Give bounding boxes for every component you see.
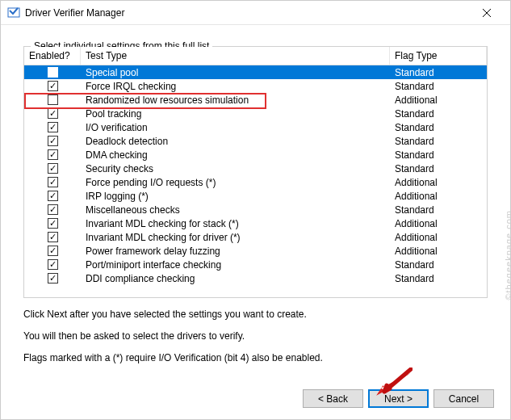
enable-checkbox[interactable]: [48, 108, 58, 119]
cell-enabled: [24, 67, 81, 78]
enable-checkbox[interactable]: [48, 232, 58, 242]
watermark: ©thegeekpage.com: [504, 210, 511, 300]
enable-checkbox[interactable]: [48, 246, 58, 256]
cell-testtype: IRP logging (*): [81, 191, 390, 202]
cell-testtype: Force IRQL checking: [81, 81, 390, 92]
cell-flagtype: Standard: [390, 204, 487, 216]
enable-checkbox[interactable]: [48, 67, 58, 78]
table-row[interactable]: Force pending I/O requests (*)Additional: [24, 175, 487, 189]
table-row[interactable]: Invariant MDL checking for driver (*)Add…: [24, 230, 487, 244]
column-testtype[interactable]: Test Type: [81, 47, 390, 65]
enable-checkbox[interactable]: [48, 122, 58, 132]
enable-checkbox[interactable]: [48, 149, 58, 160]
enable-checkbox[interactable]: [48, 81, 58, 91]
cell-flagtype: Additional: [390, 191, 487, 202]
back-button[interactable]: < Back: [303, 389, 363, 408]
cell-enabled: [24, 259, 81, 270]
cell-flagtype: Additional: [390, 177, 487, 188]
info-line-2: You will then be asked to select the dri…: [23, 330, 488, 343]
cell-flagtype: Standard: [390, 108, 487, 120]
table-row[interactable]: Randomized low resources simulationAddit…: [24, 93, 487, 107]
table-row[interactable]: DMA checkingStandard: [24, 148, 487, 162]
cell-testtype: Power framework delay fuzzing: [81, 246, 390, 257]
cell-enabled: [24, 273, 81, 284]
cell-testtype: Deadlock detection: [81, 136, 390, 147]
settings-groupbox: Select individual settings from this ful…: [23, 46, 488, 298]
enable-checkbox[interactable]: [48, 177, 58, 187]
cell-enabled: [24, 232, 81, 242]
cell-enabled: [24, 204, 81, 215]
cell-testtype: Pool tracking: [81, 108, 390, 120]
cell-flagtype: Standard: [390, 149, 487, 161]
enable-checkbox[interactable]: [48, 163, 58, 174]
column-flagtype[interactable]: Flag Type: [390, 47, 487, 65]
cell-testtype: DDI compliance checking: [81, 273, 390, 284]
cell-testtype: Miscellaneous checks: [81, 204, 390, 216]
cell-testtype: Invariant MDL checking for stack (*): [81, 218, 390, 229]
enable-checkbox[interactable]: [48, 136, 58, 146]
table-row[interactable]: Invariant MDL checking for stack (*)Addi…: [24, 216, 487, 230]
table-row[interactable]: Pool trackingStandard: [24, 107, 487, 120]
table-row[interactable]: I/O verificationStandard: [24, 120, 487, 134]
next-button[interactable]: Next >: [368, 389, 429, 408]
cell-enabled: [24, 177, 81, 187]
table-row[interactable]: DDI compliance checkingStandard: [24, 271, 487, 285]
titlebar: Driver Verifier Manager: [1, 1, 510, 25]
cell-flagtype: Additional: [390, 246, 487, 257]
cell-testtype: Security checks: [81, 163, 390, 174]
cell-enabled: [24, 81, 81, 91]
close-button[interactable]: [470, 2, 504, 24]
cell-enabled: [24, 108, 81, 119]
table-row[interactable]: Force IRQL checkingStandard: [24, 79, 487, 93]
cell-flagtype: Standard: [390, 259, 487, 271]
cell-enabled: [24, 122, 81, 132]
cell-flagtype: Additional: [390, 218, 487, 229]
table-row[interactable]: Special poolStandard: [24, 65, 487, 79]
enable-checkbox[interactable]: [48, 94, 58, 105]
cell-flagtype: Standard: [390, 67, 487, 78]
button-row: < Back Next > Cancel: [303, 389, 494, 408]
cell-flagtype: Standard: [390, 163, 487, 174]
driver-verifier-window: Driver Verifier Manager Select individua…: [0, 0, 511, 420]
table-row[interactable]: Power framework delay fuzzingAdditional: [24, 244, 487, 258]
cell-testtype: Invariant MDL checking for driver (*): [81, 232, 390, 243]
enable-checkbox[interactable]: [48, 191, 58, 201]
table-row[interactable]: Port/miniport interface checkingStandard: [24, 258, 487, 271]
window-title: Driver Verifier Manager: [25, 7, 470, 19]
content-area: Select individual settings from this ful…: [1, 25, 510, 380]
cell-testtype: I/O verification: [81, 122, 390, 133]
info-line-1: Click Next after you have selected the s…: [23, 308, 488, 321]
enable-checkbox[interactable]: [48, 218, 58, 229]
app-icon: [7, 6, 20, 19]
info-line-3: Flags marked with a (*) require I/O Veri…: [23, 351, 488, 365]
cell-enabled: [24, 163, 81, 174]
cell-enabled: [24, 136, 81, 146]
cell-enabled: [24, 218, 81, 229]
enable-checkbox[interactable]: [48, 259, 58, 270]
cell-flagtype: Standard: [390, 81, 487, 92]
cell-flagtype: Standard: [390, 273, 487, 284]
enable-checkbox[interactable]: [48, 204, 58, 215]
cell-flagtype: Additional: [390, 94, 487, 106]
listview-header: Enabled? Test Type Flag Type: [24, 47, 487, 65]
cancel-button[interactable]: Cancel: [434, 389, 494, 408]
table-row[interactable]: IRP logging (*)Additional: [24, 189, 487, 203]
cell-flagtype: Standard: [390, 122, 487, 133]
cell-enabled: [24, 246, 81, 256]
table-row[interactable]: Miscellaneous checksStandard: [24, 203, 487, 216]
cell-enabled: [24, 94, 81, 105]
column-enabled[interactable]: Enabled?: [24, 47, 81, 65]
table-row[interactable]: Deadlock detectionStandard: [24, 134, 487, 148]
info-text: Click Next after you have selected the s…: [23, 308, 488, 364]
cell-testtype: Port/miniport interface checking: [81, 259, 390, 271]
cell-enabled: [24, 191, 81, 201]
cell-flagtype: Additional: [390, 232, 487, 243]
cell-testtype: DMA checking: [81, 149, 390, 161]
cell-testtype: Force pending I/O requests (*): [81, 177, 390, 188]
cell-enabled: [24, 149, 81, 160]
cell-testtype: Special pool: [81, 67, 390, 78]
cell-testtype: Randomized low resources simulation: [81, 94, 390, 106]
settings-listview[interactable]: Enabled? Test Type Flag Type Special poo…: [24, 47, 487, 297]
enable-checkbox[interactable]: [48, 273, 58, 284]
table-row[interactable]: Security checksStandard: [24, 162, 487, 175]
